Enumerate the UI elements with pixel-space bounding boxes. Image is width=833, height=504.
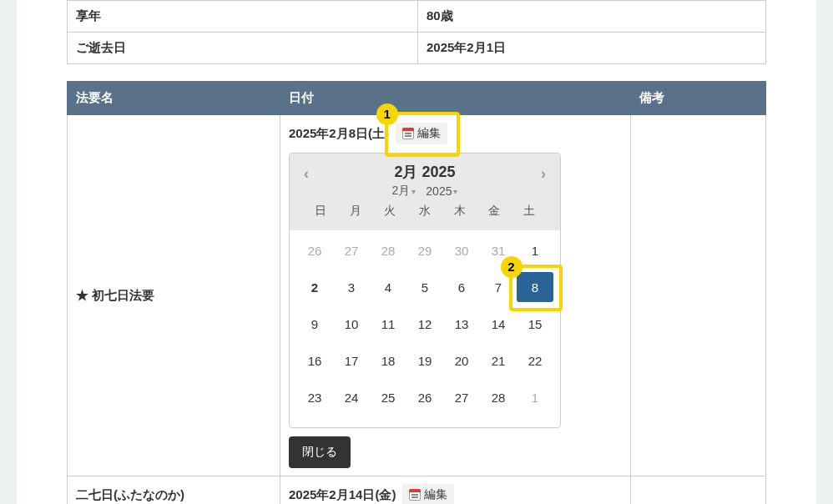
dp-day[interactable]: 28: [480, 382, 517, 412]
schedule-row-date-cell: 2025年2月8日(土) 編集 ‹ › 2月 2025: [280, 115, 631, 476]
schedule-row: ★ 初七日法要 2025年2月8日(土) 編集 ‹: [68, 115, 766, 476]
dp-day[interactable]: 13: [443, 309, 480, 339]
col-header-notes: 備考: [631, 82, 766, 115]
edit-date-button[interactable]: 編集: [396, 123, 447, 144]
dp-day[interactable]: 19: [406, 345, 443, 375]
dp-day[interactable]: 25: [370, 382, 406, 412]
dp-day-prev[interactable]: 31: [480, 235, 517, 265]
schedule-row-date: 2025年2月8日(土): [289, 126, 389, 142]
calendar-icon: [409, 489, 421, 501]
calendar-icon: [402, 128, 414, 139]
dp-day[interactable]: 15: [517, 309, 553, 339]
datepicker-prev-month[interactable]: ‹: [298, 165, 315, 182]
dp-day[interactable]: 11: [370, 309, 406, 339]
datepicker-year-select[interactable]: 2025 ▾: [426, 184, 457, 199]
dow-wed: 水: [407, 204, 442, 219]
dp-day-selected[interactable]: 8: [517, 272, 553, 302]
dp-day-today[interactable]: 2: [296, 272, 333, 302]
schedule-row-name: 二七日(ふたなのか): [68, 476, 280, 505]
dow-mon: 月: [338, 204, 373, 219]
info-age-label: 享年: [68, 1, 418, 33]
dp-day-prev[interactable]: 29: [406, 235, 443, 265]
dp-day-prev[interactable]: 27: [333, 235, 370, 265]
datepicker-next-month[interactable]: ›: [535, 165, 552, 182]
info-age-value: 80歳: [418, 1, 766, 33]
dp-day-prev[interactable]: 26: [296, 235, 333, 265]
dow-sat: 土: [512, 204, 547, 219]
dp-day[interactable]: 27: [443, 382, 480, 412]
dp-day[interactable]: 3: [333, 272, 370, 302]
schedule-row-notes: [631, 476, 766, 505]
col-header-name: 法要名: [68, 82, 280, 115]
datepicker: ‹ › 2月 2025 2月 ▾ 2025: [289, 153, 561, 428]
dp-day-next[interactable]: 1: [517, 382, 553, 412]
dow-fri: 金: [477, 204, 512, 219]
dp-day[interactable]: 26: [406, 382, 443, 412]
dp-day[interactable]: 24: [333, 382, 370, 412]
dp-day[interactable]: 20: [443, 345, 480, 375]
schedule-row-date-cell: 2025年2月14日(金) 編集: [280, 476, 631, 505]
datepicker-year-label: 2025: [426, 184, 452, 198]
dp-day[interactable]: 7: [480, 272, 517, 302]
edit-date-button[interactable]: 編集: [402, 484, 454, 504]
schedule-row: 二七日(ふたなのか) 2025年2月14日(金) 編集: [68, 476, 766, 505]
schedule-row-date: 2025年2月14日(金): [289, 487, 396, 503]
info-table: 享年 80歳 ご逝去日 2025年2月1日: [67, 0, 766, 64]
dp-day[interactable]: 14: [480, 309, 517, 339]
dow-thu: 木: [442, 204, 477, 219]
chevron-down-icon: ▾: [411, 187, 416, 196]
dp-day-prev[interactable]: 28: [370, 235, 406, 265]
chevron-down-icon: ▾: [453, 187, 457, 196]
dp-day[interactable]: 22: [517, 345, 553, 375]
datepicker-title: 2月 2025: [296, 162, 553, 182]
schedule-row-notes: [631, 115, 766, 476]
dp-day[interactable]: 16: [296, 345, 333, 375]
datepicker-dow-row: 日 月 火 水 木 金 土: [296, 199, 553, 225]
info-death-label: ご逝去日: [68, 33, 418, 64]
dp-day[interactable]: 5: [406, 272, 443, 302]
schedule-row-name: ★ 初七日法要: [68, 115, 280, 476]
datepicker-month-select[interactable]: 2月 ▾: [392, 184, 416, 199]
dp-day-prev[interactable]: 30: [443, 235, 480, 265]
datepicker-month-label: 2月: [392, 184, 411, 199]
col-header-date: 日付: [280, 82, 631, 115]
dp-day[interactable]: 23: [296, 382, 333, 412]
dp-day[interactable]: 17: [333, 345, 370, 375]
dp-day[interactable]: 10: [333, 309, 370, 339]
close-datepicker-button[interactable]: 閉じる: [289, 436, 351, 468]
info-death-value: 2025年2月1日: [418, 33, 766, 64]
dp-day[interactable]: 9: [296, 309, 333, 339]
dp-day[interactable]: 6: [443, 272, 480, 302]
dp-day[interactable]: 4: [370, 272, 406, 302]
dp-day[interactable]: 1: [517, 235, 553, 265]
edit-button-label: 編集: [417, 126, 441, 141]
edit-button-label: 編集: [424, 487, 447, 502]
dow-tue: 火: [372, 204, 407, 219]
dp-day[interactable]: 18: [370, 345, 406, 375]
dow-sun: 日: [303, 204, 338, 219]
schedule-table: 法要名 日付 備考 ★ 初七日法要 2025年2月8日(土) 編集: [67, 81, 766, 504]
dp-day[interactable]: 21: [480, 345, 517, 375]
dp-day[interactable]: 12: [406, 309, 443, 339]
datepicker-grid: 26 27 28 29 30 31 1 2 3 4: [296, 235, 553, 412]
